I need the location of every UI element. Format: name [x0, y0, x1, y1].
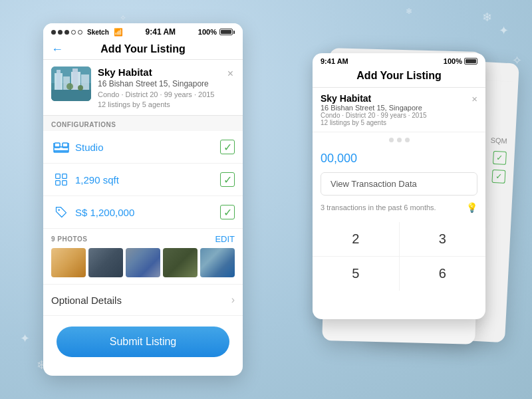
photos-edit-btn[interactable]: EDIT	[215, 234, 235, 244]
overlay-prop-meta: Condo · District 20 · 99 years · 2015	[321, 112, 471, 119]
photo-thumb-3	[126, 248, 160, 277]
overlay-price-value: 00,000	[321, 152, 357, 165]
svg-rect-18	[63, 174, 67, 179]
overlay-close-icon[interactable]: ×	[471, 93, 477, 104]
property-address: 16 Bishan Street 15, Singapore	[98, 79, 226, 88]
deco-star-3: ✦	[20, 331, 30, 346]
dot-3	[65, 30, 69, 35]
property-meta-2: 12 listings by 5 agents	[98, 100, 226, 108]
overlay-prop-info: Sky Habitat 16 Bishan Street 15, Singapo…	[321, 93, 471, 126]
svg-point-21	[58, 209, 60, 211]
config-price-label: S$ 1,200,000	[71, 207, 220, 218]
battery-pct: 100%	[198, 28, 217, 36]
signal-dots: Sketch 📶	[51, 28, 123, 37]
svg-rect-2	[51, 90, 91, 101]
config-sqft-label: 1,290 sqft	[71, 174, 220, 186]
deco-star-5: ❄	[406, 7, 412, 16]
photos-row	[43, 248, 243, 284]
status-time: 9:41 AM	[146, 27, 176, 37]
grid-icon	[51, 171, 71, 188]
deco-star-1: ✦	[499, 23, 509, 38]
overlay-view-transaction-btn[interactable]: View Transaction Data	[321, 172, 477, 196]
config-price-check: ✓	[220, 205, 235, 219]
photos-header: 9 PHOTOS EDIT	[43, 229, 243, 248]
optional-details-row[interactable]: Optional Details ›	[43, 284, 243, 316]
wifi-icon: 📶	[114, 28, 123, 37]
deco-snowflake-1: ❄	[482, 10, 492, 25]
overlay-dot-2	[397, 138, 402, 142]
config-sqft-check: ✓	[220, 172, 235, 187]
overlay-battery-icon	[464, 58, 477, 65]
config-row-studio[interactable]: Studio ✓	[43, 131, 243, 164]
lightbulb-icon: 💡	[466, 202, 477, 213]
overlay-prop-name: Sky Habitat	[321, 93, 471, 104]
photo-thumb-5	[200, 248, 235, 277]
overlay-battery-pct: 100%	[444, 57, 462, 65]
numpad-key-3[interactable]: 3	[400, 222, 486, 256]
dot-2	[58, 30, 63, 35]
wifi-label: Sketch	[87, 29, 109, 36]
svg-point-10	[78, 85, 83, 90]
svg-rect-4	[57, 70, 61, 90]
overlay-time: 9:41 AM	[321, 57, 348, 65]
photo-thumb-2	[88, 248, 123, 277]
overlay-property-card: Sky Habitat 16 Bishan Street 15, Singapo…	[313, 88, 485, 132]
back-button[interactable]: ←	[51, 43, 63, 57]
main-phone: Sketch 📶 9:41 AM 100% ← Add Your Listing	[43, 23, 243, 376]
optional-chevron-icon: ›	[231, 294, 235, 306]
submit-listing-button[interactable]: Submit Listing	[57, 327, 229, 357]
battery-icon	[219, 29, 235, 35]
overlay-prop-addr: 16 Bishan Street 15, Singapore	[321, 104, 471, 112]
section-configurations: CONFIGURATIONS	[43, 116, 243, 131]
svg-rect-19	[56, 181, 61, 186]
photos-count-label: 9 PHOTOS	[51, 235, 87, 243]
property-card: Sky Habitat 16 Bishan Street 15, Singapo…	[43, 60, 243, 116]
dot-1	[51, 30, 56, 35]
deco-star-4: ✧	[120, 13, 126, 23]
numpad: 2 3 5 6	[313, 222, 485, 291]
svg-rect-20	[63, 181, 67, 186]
overlay-navbar: Add Your Listing	[313, 67, 485, 88]
back3-check-1: ✓	[493, 151, 507, 165]
overlay-pagination-dots	[313, 132, 485, 148]
overlay-price-display: 00,000	[313, 148, 485, 170]
property-image-svg	[51, 66, 91, 101]
config-studio-check: ✓	[220, 140, 235, 154]
photo-thumb-1	[51, 248, 86, 277]
overlay-status-bar: 9:41 AM 100%	[313, 53, 485, 67]
numpad-key-6[interactable]: 6	[400, 257, 486, 291]
svg-rect-7	[72, 68, 78, 90]
photo-thumb-4	[163, 248, 198, 277]
property-name: Sky Habitat	[98, 66, 226, 78]
overlay-prop-meta2: 12 listings by 5 agents	[321, 119, 471, 126]
status-right: 100%	[198, 28, 235, 36]
property-close-icon[interactable]: ×	[226, 66, 235, 81]
property-info: Sky Habitat 16 Bishan Street 15, Singapo…	[91, 66, 226, 108]
svg-rect-12	[54, 151, 68, 152]
overlay-dot-3	[405, 138, 410, 142]
optional-details-label: Optional Details	[51, 295, 122, 306]
property-meta-1: Condo · District 20 · 99 years · 2015	[98, 90, 226, 98]
dot-4	[71, 30, 76, 35]
config-studio-label: Studio	[71, 142, 220, 153]
overlay-dot-1	[389, 138, 394, 142]
property-image	[51, 66, 91, 101]
overlay-transactions-text: 3 transactions in the past 6 months.	[321, 203, 436, 211]
svg-rect-17	[56, 174, 61, 179]
bed-icon	[51, 138, 71, 156]
status-bar: Sketch 📶 9:41 AM 100%	[43, 23, 243, 39]
config-row-price[interactable]: S$ 1,200,000 ✓	[43, 196, 243, 229]
back3-check-2: ✓	[491, 170, 505, 184]
tag-icon	[51, 203, 71, 221]
overlay-phone: 9:41 AM 100% Add Your Listing Sky Habita…	[313, 53, 485, 319]
config-row-sqft[interactable]: 1,290 sqft ✓	[43, 164, 243, 196]
numpad-key-2[interactable]: 2	[313, 222, 399, 256]
numpad-key-5[interactable]: 5	[313, 257, 399, 291]
overlay-nav-title: Add Your Listing	[356, 70, 441, 82]
svg-point-9	[66, 83, 73, 90]
nav-title: Add Your Listing	[100, 43, 185, 55]
overlay-transactions-info: 3 transactions in the past 6 months. 💡	[313, 198, 485, 217]
dot-5	[78, 30, 82, 35]
nav-bar: ← Add Your Listing	[43, 39, 243, 60]
